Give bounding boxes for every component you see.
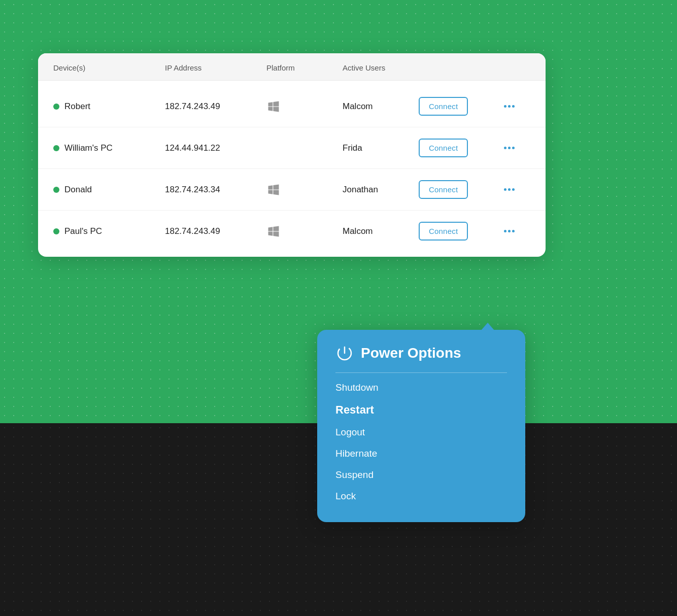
power-svg-icon [336,345,353,361]
power-option-restart[interactable]: Restart [335,398,507,422]
connect-button-container: Connect [419,97,500,116]
device-name: Robert [64,101,90,112]
more-menu-button[interactable] [500,230,530,232]
ip-cell: 124.44.941.22 [165,143,266,153]
power-option-suspend[interactable]: Suspend [335,464,507,486]
platform-cell [266,99,343,114]
power-option-logout[interactable]: Logout [335,422,507,443]
connect-button-container: Connect [419,139,500,157]
power-option-shutdown[interactable]: Shutdown [335,377,507,398]
ip-cell: 182.74.243.49 [165,226,266,236]
device-cell: Paul's PC [53,226,165,236]
platform-cell [266,224,343,238]
device-name: William's PC [64,143,113,153]
table-row: Donald 182.74.243.34 Jonathan Connect [38,169,546,211]
col-ip: IP Address [165,63,266,72]
connect-button[interactable]: Connect [419,139,468,157]
dot-3 [512,230,515,232]
more-menu-button[interactable] [500,188,530,191]
dot-1 [504,188,506,191]
col-device: Device(s) [53,63,165,72]
device-cell: William's PC [53,143,165,153]
more-menu-button[interactable] [500,105,530,108]
col-actions [419,63,500,72]
connect-button[interactable]: Connect [419,97,468,116]
dot-1 [504,147,506,149]
table-row: Paul's PC 182.74.243.49 Malcom Connect [38,211,546,252]
dot-2 [508,147,511,149]
connect-button-container: Connect [419,222,500,241]
user-cell: Jonathan [343,185,419,195]
more-menu-button[interactable] [500,147,530,149]
power-options-popup: Power Options Shutdown Restart Logout Hi… [317,330,525,522]
status-dot [53,228,59,234]
dot-3 [512,105,515,108]
dot-3 [512,147,515,149]
power-option-lock[interactable]: Lock [335,486,507,507]
table-body: Robert 182.74.243.49 Malcom Connect [38,81,546,257]
dot-2 [508,105,511,108]
table-header: Device(s) IP Address Platform Active Use… [38,53,546,81]
col-platform: Platform [266,63,343,72]
dot-1 [504,230,506,232]
windows-icon [266,224,281,238]
dot-1 [504,105,506,108]
device-cell: Robert [53,101,165,112]
device-cell: Donald [53,185,165,195]
device-name: Paul's PC [64,226,102,236]
col-active-users: Active Users [343,63,419,72]
power-title: Power Options [361,345,461,361]
power-icon [335,344,354,362]
table-row: Robert 182.74.243.49 Malcom Connect [38,86,546,127]
user-cell: Malcom [343,101,419,112]
power-option-hibernate[interactable]: Hibernate [335,443,507,464]
connect-button[interactable]: Connect [419,180,468,199]
user-cell: Frida [343,143,419,153]
power-divider [335,372,507,373]
connect-button-container: Connect [419,180,500,199]
connect-button[interactable]: Connect [419,222,468,241]
dot-2 [508,188,511,191]
dot-3 [512,188,515,191]
status-dot [53,145,59,151]
ip-cell: 182.74.243.34 [165,185,266,195]
status-dot [53,104,59,110]
table-row: William's PC 124.44.941.22 Frida Connect [38,127,546,169]
device-name: Donald [64,185,92,195]
platform-cell [266,183,343,197]
main-card: Device(s) IP Address Platform Active Use… [38,53,546,257]
dot-2 [508,230,511,232]
ip-cell: 182.74.243.49 [165,101,266,112]
col-more [500,63,530,72]
user-cell: Malcom [343,226,419,236]
windows-icon [266,99,281,114]
power-header: Power Options [335,344,507,362]
status-dot [53,187,59,193]
windows-icon [266,183,281,197]
